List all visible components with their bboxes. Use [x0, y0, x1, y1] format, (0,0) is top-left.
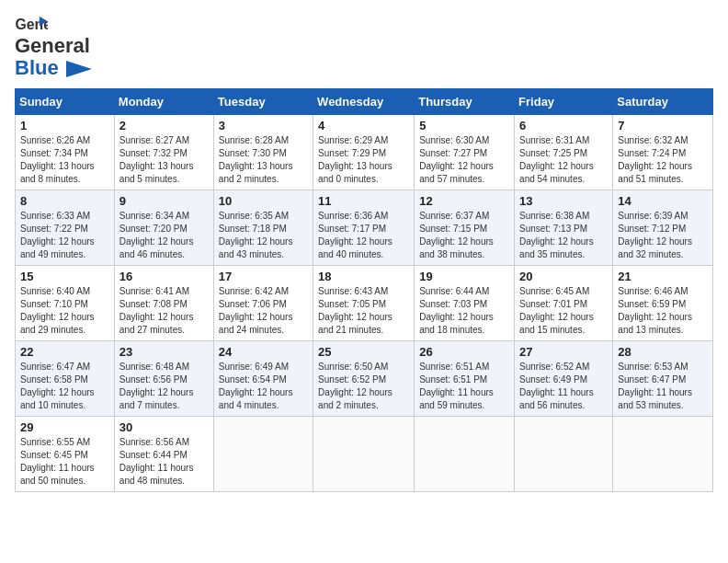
- day-number: 22: [20, 345, 109, 359]
- day-info: Sunrise: 6:55 AM Sunset: 6:45 PM Dayligh…: [20, 436, 109, 488]
- day-number: 27: [519, 345, 608, 359]
- week-row-4: 22 Sunrise: 6:47 AM Sunset: 6:58 PM Dayl…: [16, 341, 713, 417]
- day-cell: 27 Sunrise: 6:52 AM Sunset: 6:49 PM Dayl…: [515, 341, 613, 417]
- logo-icon: General: [15, 15, 48, 35]
- day-number: 4: [318, 119, 409, 132]
- day-cell: 24 Sunrise: 6:49 AM Sunset: 6:54 PM Dayl…: [213, 341, 313, 417]
- day-info: Sunrise: 6:30 AM Sunset: 7:27 PM Dayligh…: [419, 134, 509, 186]
- week-row-5: 29 Sunrise: 6:55 AM Sunset: 6:45 PM Dayl…: [16, 417, 713, 492]
- day-info: Sunrise: 6:44 AM Sunset: 7:03 PM Dayligh…: [419, 285, 509, 337]
- day-cell: 11 Sunrise: 6:36 AM Sunset: 7:17 PM Dayl…: [313, 190, 415, 266]
- day-info: Sunrise: 6:56 AM Sunset: 6:44 PM Dayligh…: [119, 436, 209, 488]
- day-cell: 12 Sunrise: 6:37 AM Sunset: 7:15 PM Dayl…: [415, 190, 515, 266]
- day-cell: [613, 417, 713, 492]
- weekday-header-thursday: Thursday: [415, 89, 515, 115]
- day-cell: 22 Sunrise: 6:47 AM Sunset: 6:58 PM Dayl…: [16, 341, 115, 417]
- day-cell: 7 Sunrise: 6:32 AM Sunset: 7:24 PM Dayli…: [613, 115, 713, 190]
- day-info: Sunrise: 6:52 AM Sunset: 6:49 PM Dayligh…: [519, 361, 608, 412]
- page-header: General General Blue: [15, 15, 713, 79]
- week-row-1: 1 Sunrise: 6:26 AM Sunset: 7:34 PM Dayli…: [16, 115, 713, 190]
- day-cell: 6 Sunrise: 6:31 AM Sunset: 7:25 PM Dayli…: [515, 115, 613, 190]
- day-info: Sunrise: 6:28 AM Sunset: 7:30 PM Dayligh…: [219, 134, 308, 186]
- day-cell: 9 Sunrise: 6:34 AM Sunset: 7:20 PM Dayli…: [114, 190, 213, 266]
- day-cell: 17 Sunrise: 6:42 AM Sunset: 7:06 PM Dayl…: [213, 266, 313, 341]
- day-number: 25: [318, 345, 409, 359]
- day-cell: 1 Sunrise: 6:26 AM Sunset: 7:34 PM Dayli…: [16, 115, 115, 190]
- day-number: 6: [519, 119, 608, 132]
- day-number: 1: [20, 119, 109, 132]
- day-cell: 20 Sunrise: 6:45 AM Sunset: 7:01 PM Dayl…: [515, 266, 613, 341]
- weekday-header-row: SundayMondayTuesdayWednesdayThursdayFrid…: [16, 89, 713, 115]
- day-number: 7: [618, 119, 708, 132]
- day-info: Sunrise: 6:43 AM Sunset: 7:05 PM Dayligh…: [318, 285, 409, 337]
- week-row-2: 8 Sunrise: 6:33 AM Sunset: 7:22 PM Dayli…: [16, 190, 713, 266]
- day-cell: [515, 417, 613, 492]
- day-info: Sunrise: 6:46 AM Sunset: 6:59 PM Dayligh…: [618, 285, 708, 337]
- day-number: 5: [419, 119, 509, 132]
- weekday-header-saturday: Saturday: [613, 89, 713, 115]
- day-cell: 19 Sunrise: 6:44 AM Sunset: 7:03 PM Dayl…: [415, 266, 515, 341]
- day-cell: 26 Sunrise: 6:51 AM Sunset: 6:51 PM Dayl…: [415, 341, 515, 417]
- day-cell: [313, 417, 415, 492]
- day-cell: 15 Sunrise: 6:40 AM Sunset: 7:10 PM Dayl…: [16, 266, 115, 341]
- week-row-3: 15 Sunrise: 6:40 AM Sunset: 7:10 PM Dayl…: [16, 266, 713, 341]
- day-info: Sunrise: 6:35 AM Sunset: 7:18 PM Dayligh…: [219, 210, 308, 261]
- day-info: Sunrise: 6:51 AM Sunset: 6:51 PM Dayligh…: [419, 361, 509, 412]
- day-info: Sunrise: 6:42 AM Sunset: 7:06 PM Dayligh…: [219, 285, 308, 337]
- logo-arrow-icon: [66, 61, 92, 77]
- day-info: Sunrise: 6:37 AM Sunset: 7:15 PM Dayligh…: [419, 210, 509, 261]
- day-info: Sunrise: 6:26 AM Sunset: 7:34 PM Dayligh…: [20, 134, 109, 186]
- day-info: Sunrise: 6:53 AM Sunset: 6:47 PM Dayligh…: [618, 361, 708, 412]
- day-info: Sunrise: 6:40 AM Sunset: 7:10 PM Dayligh…: [20, 285, 109, 337]
- day-cell: 8 Sunrise: 6:33 AM Sunset: 7:22 PM Dayli…: [16, 190, 115, 266]
- weekday-header-friday: Friday: [515, 89, 613, 115]
- day-number: 3: [219, 119, 308, 132]
- day-cell: 25 Sunrise: 6:50 AM Sunset: 6:52 PM Dayl…: [313, 341, 415, 417]
- day-info: Sunrise: 6:47 AM Sunset: 6:58 PM Dayligh…: [20, 361, 109, 412]
- day-number: 19: [419, 270, 509, 283]
- day-number: 15: [20, 270, 109, 283]
- day-number: 30: [119, 420, 209, 434]
- day-info: Sunrise: 6:41 AM Sunset: 7:08 PM Dayligh…: [119, 285, 209, 337]
- day-info: Sunrise: 6:29 AM Sunset: 7:29 PM Dayligh…: [318, 134, 409, 186]
- day-info: Sunrise: 6:50 AM Sunset: 6:52 PM Dayligh…: [318, 361, 409, 412]
- day-number: 21: [618, 270, 708, 283]
- day-cell: [415, 417, 515, 492]
- day-cell: 16 Sunrise: 6:41 AM Sunset: 7:08 PM Dayl…: [114, 266, 213, 341]
- day-cell: 21 Sunrise: 6:46 AM Sunset: 6:59 PM Dayl…: [613, 266, 713, 341]
- logo: General General Blue: [15, 15, 92, 79]
- day-info: Sunrise: 6:49 AM Sunset: 6:54 PM Dayligh…: [219, 361, 308, 412]
- day-number: 10: [219, 194, 308, 208]
- day-number: 18: [318, 270, 409, 283]
- svg-marker-2: [66, 61, 92, 77]
- weekday-header-tuesday: Tuesday: [213, 89, 313, 115]
- day-cell: 14 Sunrise: 6:39 AM Sunset: 7:12 PM Dayl…: [613, 190, 713, 266]
- day-info: Sunrise: 6:36 AM Sunset: 7:17 PM Dayligh…: [318, 210, 409, 261]
- day-cell: 3 Sunrise: 6:28 AM Sunset: 7:30 PM Dayli…: [213, 115, 313, 190]
- weekday-header-sunday: Sunday: [16, 89, 115, 115]
- day-number: 26: [419, 345, 509, 359]
- day-number: 8: [20, 194, 109, 208]
- day-info: Sunrise: 6:27 AM Sunset: 7:32 PM Dayligh…: [119, 134, 209, 186]
- day-cell: 2 Sunrise: 6:27 AM Sunset: 7:32 PM Dayli…: [114, 115, 213, 190]
- calendar-table: SundayMondayTuesdayWednesdayThursdayFrid…: [15, 88, 713, 492]
- day-cell: 18 Sunrise: 6:43 AM Sunset: 7:05 PM Dayl…: [313, 266, 415, 341]
- day-info: Sunrise: 6:33 AM Sunset: 7:22 PM Dayligh…: [20, 210, 109, 261]
- day-number: 17: [219, 270, 308, 283]
- day-number: 13: [519, 194, 608, 208]
- day-cell: 13 Sunrise: 6:38 AM Sunset: 7:13 PM Dayl…: [515, 190, 613, 266]
- day-cell: 29 Sunrise: 6:55 AM Sunset: 6:45 PM Dayl…: [16, 417, 115, 492]
- day-cell: [213, 417, 313, 492]
- day-number: 29: [20, 420, 109, 434]
- day-cell: 5 Sunrise: 6:30 AM Sunset: 7:27 PM Dayli…: [415, 115, 515, 190]
- day-number: 24: [219, 345, 308, 359]
- day-number: 23: [119, 345, 209, 359]
- day-number: 16: [119, 270, 209, 283]
- day-number: 11: [318, 194, 409, 208]
- day-number: 20: [519, 270, 608, 283]
- day-number: 9: [119, 194, 209, 208]
- day-info: Sunrise: 6:39 AM Sunset: 7:12 PM Dayligh…: [618, 210, 708, 261]
- day-cell: 30 Sunrise: 6:56 AM Sunset: 6:44 PM Dayl…: [114, 417, 213, 492]
- day-number: 12: [419, 194, 509, 208]
- day-info: Sunrise: 6:34 AM Sunset: 7:20 PM Dayligh…: [119, 210, 209, 261]
